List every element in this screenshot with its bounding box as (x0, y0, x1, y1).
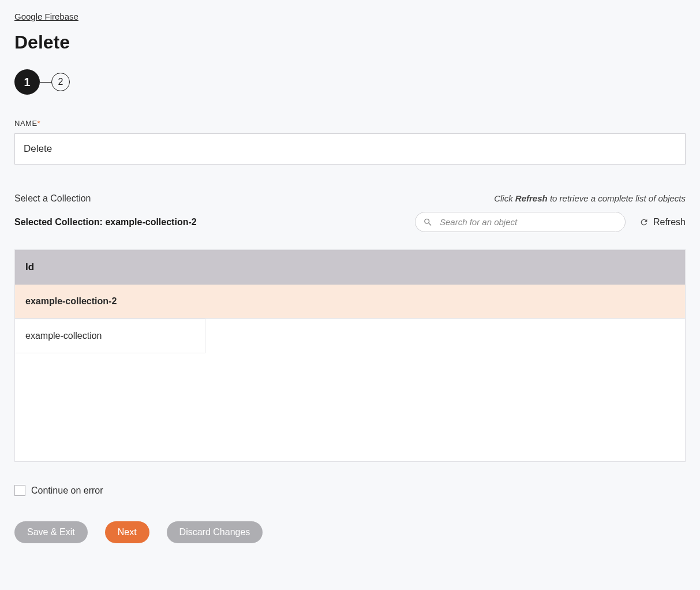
step-1[interactable]: 1 (14, 69, 40, 95)
table-header-id: Id (15, 250, 685, 285)
save-exit-button[interactable]: Save & Exit (14, 521, 88, 543)
selected-collection-label: Selected Collection: example-collection-… (14, 217, 197, 227)
search-input[interactable] (415, 212, 626, 232)
name-field-label: NAME* (14, 119, 686, 128)
discard-changes-button[interactable]: Discard Changes (167, 521, 263, 543)
refresh-button-label: Refresh (653, 217, 686, 227)
continue-on-error-label: Continue on error (31, 486, 103, 496)
refresh-icon (639, 218, 649, 227)
select-collection-label: Select a Collection (14, 193, 91, 204)
table-row[interactable]: example-collection-2 (15, 285, 685, 319)
step-connector (40, 82, 51, 83)
refresh-hint: Click Refresh to retrieve a complete lis… (494, 193, 686, 203)
table-row[interactable]: example-collection (15, 319, 205, 353)
step-2[interactable]: 2 (51, 73, 70, 91)
refresh-button[interactable]: Refresh (639, 217, 686, 227)
page-title: Delete (14, 32, 686, 53)
search-icon (423, 217, 433, 227)
stepper: 1 2 (14, 69, 686, 95)
search-wrap (415, 212, 626, 232)
collection-table: Id example-collection-2 example-collecti… (14, 249, 686, 462)
required-indicator: * (38, 119, 41, 128)
breadcrumb-link[interactable]: Google Firebase (14, 12, 78, 21)
continue-on-error-checkbox[interactable] (14, 485, 25, 496)
next-button[interactable]: Next (105, 521, 149, 543)
name-input[interactable] (14, 133, 686, 165)
